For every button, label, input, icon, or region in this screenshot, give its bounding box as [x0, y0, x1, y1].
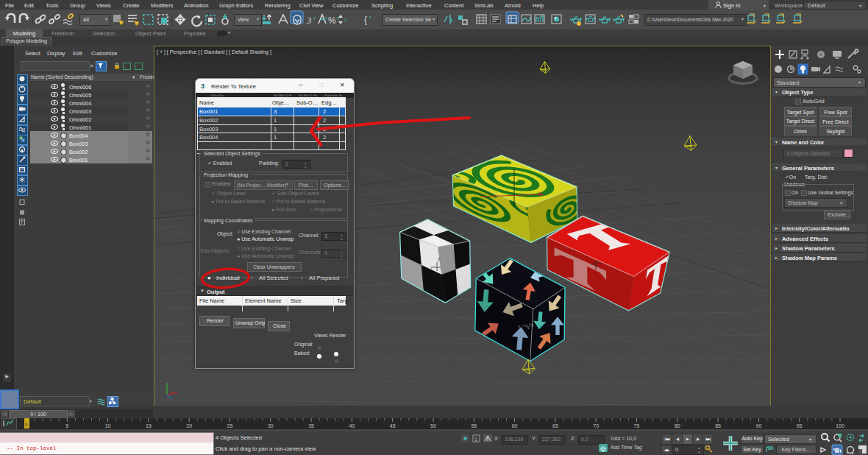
svg-text:100: 100 — [836, 423, 844, 428]
svg-text:30: 30 — [268, 423, 274, 428]
svg-text:%: % — [328, 15, 336, 26]
svg-text:1: 1 — [474, 437, 477, 442]
svg-text:85: 85 — [715, 423, 721, 428]
svg-text:50: 50 — [430, 423, 436, 428]
svg-text:F: F — [21, 219, 24, 225]
svg-text:10: 10 — [105, 423, 111, 428]
svg-text:95: 95 — [797, 423, 803, 428]
svg-text:?: ? — [313, 15, 316, 22]
svg-text:5: 5 — [65, 423, 68, 428]
svg-text:Z: Z — [438, 258, 440, 262]
svg-text:20: 20 — [186, 423, 192, 428]
svg-text:′: ′ — [369, 15, 371, 25]
svg-text:{: { — [364, 15, 367, 25]
svg-text:80: 80 — [675, 423, 680, 428]
svg-text:25: 25 — [227, 423, 233, 428]
svg-text:55: 55 — [471, 423, 477, 428]
svg-text:60: 60 — [512, 423, 518, 428]
svg-text:?: ? — [344, 17, 347, 24]
svg-text:35: 35 — [308, 423, 314, 428]
svg-text:65: 65 — [552, 423, 558, 428]
svg-text:45: 45 — [390, 423, 396, 428]
svg-text:90: 90 — [756, 423, 762, 428]
svg-text:15: 15 — [146, 423, 152, 428]
svg-text:75: 75 — [634, 423, 640, 428]
svg-text:70: 70 — [593, 423, 599, 428]
svg-text:40: 40 — [349, 423, 355, 428]
svg-text:3: 3 — [306, 15, 312, 26]
